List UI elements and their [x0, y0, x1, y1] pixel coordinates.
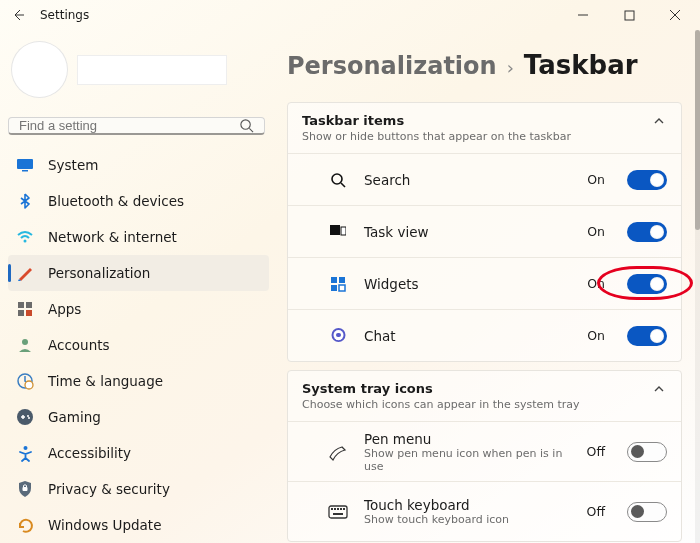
toggle-state: Off	[587, 444, 605, 459]
svg-rect-29	[334, 508, 336, 510]
toggle-taskview[interactable]	[627, 222, 667, 242]
globe-clock-icon	[16, 372, 34, 390]
toggle-widgets[interactable]	[627, 274, 667, 294]
svg-rect-8	[26, 310, 32, 316]
sidebar-nav: System Bluetooth & devices Network & int…	[8, 147, 269, 543]
sidebar-item-label: Apps	[48, 301, 81, 317]
svg-rect-22	[331, 285, 337, 291]
svg-rect-5	[18, 302, 24, 308]
svg-rect-16	[23, 487, 28, 491]
taskbar-items-card: Taskbar items Show or hide buttons that …	[287, 102, 682, 362]
row-desc: Show pen menu icon when pen is in use	[364, 447, 571, 473]
toggle-state: Off	[587, 504, 605, 519]
card-header[interactable]: System tray icons Choose which icons can…	[288, 371, 681, 421]
svg-rect-21	[339, 277, 345, 283]
main-content: Personalization › Taskbar Taskbar items …	[275, 30, 700, 543]
svg-rect-31	[340, 508, 342, 510]
svg-point-11	[25, 381, 33, 389]
svg-point-17	[332, 174, 342, 184]
titlebar: Settings	[0, 0, 700, 30]
display-icon	[16, 156, 34, 174]
svg-rect-26	[336, 333, 341, 337]
sidebar-item-label: Time & language	[48, 373, 163, 389]
svg-rect-20	[331, 277, 337, 283]
toggle-state: On	[587, 276, 605, 291]
sidebar-item-update[interactable]: Windows Update	[8, 507, 269, 543]
maximize-button[interactable]	[606, 1, 652, 29]
sidebar-item-accounts[interactable]: Accounts	[8, 327, 269, 363]
sidebar-item-privacy[interactable]: Privacy & security	[8, 471, 269, 507]
search-field[interactable]	[19, 118, 239, 133]
profile-block[interactable]	[8, 38, 269, 107]
sidebar-item-personalization[interactable]: Personalization	[8, 255, 269, 291]
svg-point-1	[241, 120, 250, 129]
row-label: Chat	[364, 328, 571, 344]
sidebar-item-time[interactable]: Time & language	[8, 363, 269, 399]
sidebar-item-apps[interactable]: Apps	[8, 291, 269, 327]
person-icon	[16, 336, 34, 354]
toggle-touchkeyboard[interactable]	[627, 502, 667, 522]
close-button[interactable]	[652, 1, 698, 29]
apps-icon	[16, 300, 34, 318]
sidebar-item-accessibility[interactable]: Accessibility	[8, 435, 269, 471]
window-title: Settings	[40, 8, 89, 22]
chevron-up-icon[interactable]	[651, 381, 667, 397]
chevron-up-icon[interactable]	[651, 113, 667, 129]
search-input[interactable]	[8, 117, 265, 135]
scrollbar-thumb[interactable]	[695, 30, 700, 230]
row-label: Pen menu	[364, 431, 571, 447]
row-widgets: Widgets On	[288, 257, 681, 309]
bluetooth-icon	[16, 192, 34, 210]
row-taskview: Task view On	[288, 205, 681, 257]
sidebar-item-bluetooth[interactable]: Bluetooth & devices	[8, 183, 269, 219]
svg-rect-3	[22, 170, 28, 172]
toggle-penmenu[interactable]	[627, 442, 667, 462]
shield-icon	[16, 480, 34, 498]
svg-rect-33	[333, 513, 343, 515]
avatar	[12, 42, 67, 97]
toggle-state: On	[587, 224, 605, 239]
taskview-icon	[328, 225, 348, 239]
sidebar-item-label: Accounts	[48, 337, 110, 353]
sidebar-item-label: Network & internet	[48, 229, 177, 245]
accessibility-icon	[16, 444, 34, 462]
widgets-icon	[328, 276, 348, 292]
svg-rect-2	[17, 159, 33, 169]
tray-icons-card: System tray icons Choose which icons can…	[287, 370, 682, 542]
svg-point-14	[28, 417, 30, 419]
toggle-state: On	[587, 328, 605, 343]
paintbrush-icon	[16, 264, 34, 282]
sidebar: System Bluetooth & devices Network & int…	[0, 30, 275, 543]
row-chat: Chat On	[288, 309, 681, 361]
svg-rect-32	[343, 508, 345, 510]
sidebar-item-system[interactable]: System	[8, 147, 269, 183]
breadcrumb-parent[interactable]: Personalization	[287, 52, 497, 80]
row-desc: Show touch keyboard icon	[364, 513, 571, 526]
svg-rect-7	[18, 310, 24, 316]
sidebar-item-label: Gaming	[48, 409, 101, 425]
sidebar-item-label: System	[48, 157, 98, 173]
chat-icon	[328, 327, 348, 344]
svg-rect-19	[341, 227, 346, 235]
profile-name	[77, 55, 227, 85]
minimize-button[interactable]	[560, 1, 606, 29]
sidebar-item-network[interactable]: Network & internet	[8, 219, 269, 255]
row-label: Search	[364, 172, 571, 188]
svg-point-13	[27, 415, 29, 417]
svg-point-4	[24, 240, 27, 243]
back-icon[interactable]	[10, 7, 26, 23]
scrollbar-vertical[interactable]	[695, 30, 700, 543]
toggle-chat[interactable]	[627, 326, 667, 346]
toggle-search[interactable]	[627, 170, 667, 190]
sidebar-item-gaming[interactable]: Gaming	[8, 399, 269, 435]
row-label: Touch keyboard	[364, 497, 571, 513]
pen-icon	[328, 443, 348, 461]
card-desc: Choose which icons can appear in the sys…	[302, 398, 651, 411]
sidebar-item-label: Accessibility	[48, 445, 131, 461]
gaming-icon	[16, 408, 34, 426]
sidebar-item-label: Windows Update	[48, 517, 161, 533]
card-header[interactable]: Taskbar items Show or hide buttons that …	[288, 103, 681, 153]
wifi-icon	[16, 228, 34, 246]
search-icon	[239, 118, 254, 133]
row-touchkeyboard: Touch keyboard Show touch keyboard icon …	[288, 481, 681, 541]
